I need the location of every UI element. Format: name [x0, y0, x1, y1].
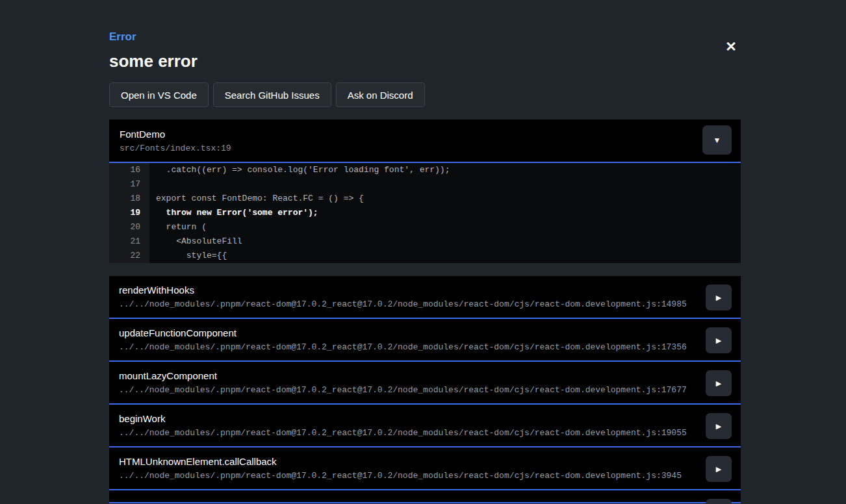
code-line: 18 export const FontDemo: React.FC = () … [109, 192, 741, 206]
component-name: FontDemo [120, 129, 730, 140]
stack-frame-name: updateFunctionComponent [119, 327, 698, 338]
stack-frame-updatefunctioncomponent: updateFunctionComponent ../../node_modul… [109, 319, 741, 362]
stack-frame-path: ../../node_modules/.pnpm/react-dom@17.0.… [119, 299, 698, 309]
error-overlay-content: Error some error Open in VS Code Search … [109, 0, 741, 503]
line-text [149, 177, 156, 192]
line-text: export const FontDemo: React.FC = () => … [149, 192, 364, 206]
line-number: 18 [109, 192, 149, 206]
source-location: src/Fonts/index.tsx:19 [120, 144, 730, 153]
code-line: 22 style={{ [109, 249, 741, 263]
code-frame-header: FontDemo src/Fonts/index.tsx:19 ▼ [109, 120, 741, 163]
ask-on-discord-button[interactable]: Ask on Discord [336, 82, 425, 107]
code-snippet: 16 .catch((err) => console.log('Error lo… [109, 163, 741, 263]
chevron-down-icon: ▼ [713, 136, 721, 144]
stack-frame-path: ../../node_modules/.pnpm/react-dom@17.0.… [119, 428, 698, 438]
stack-frame-callcallback: HTMLUnknownElement.callCallback ../../no… [109, 447, 741, 490]
error-overlay: { "colors": { "background": "#20252c", "… [0, 0, 846, 504]
open-in-vscode-button[interactable]: Open in VS Code [109, 82, 209, 107]
code-line: 17 [109, 177, 741, 192]
code-line-highlighted: 19 throw new Error('some error'); [109, 206, 741, 220]
stack-frame-name: renderWithHooks [119, 284, 698, 296]
expand-frame-button[interactable]: ▶ [706, 327, 732, 353]
line-number: 20 [109, 220, 149, 234]
line-number: 19 [109, 206, 149, 220]
code-frame-panel: FontDemo src/Fonts/index.tsx:19 ▼ 16 .ca… [109, 120, 741, 263]
stack-trace-list: renderWithHooks ../../node_modules/.pnpm… [109, 276, 741, 503]
expand-frame-button[interactable]: ▶ [706, 284, 732, 310]
stack-frame-renderwithhooks: renderWithHooks ../../node_modules/.pnpm… [109, 276, 741, 319]
line-text: .catch((err) => console.log('Error loadi… [149, 163, 450, 177]
line-text: throw new Error('some error'); [149, 206, 318, 220]
line-number: 16 [109, 163, 149, 177]
stack-frame-name: HTMLUnknownElement.callCallback [119, 456, 698, 467]
play-icon: ▶ [716, 423, 721, 430]
code-line: 16 .catch((err) => console.log('Error lo… [109, 163, 741, 177]
play-icon: ▶ [716, 337, 721, 344]
play-icon: ▶ [716, 380, 721, 387]
search-github-issues-button[interactable]: Search GitHub Issues [213, 82, 331, 107]
error-type-label: Error [109, 0, 741, 44]
stack-frame-path: ../../node_modules/.pnpm/react-dom@17.0.… [119, 471, 698, 481]
line-number: 17 [109, 177, 149, 192]
line-text: style={{ [149, 249, 227, 263]
stack-frame-path: ../../node_modules/.pnpm/react-dom@17.0.… [119, 385, 698, 395]
expand-frame-button[interactable]: ▶ [706, 413, 732, 439]
collapse-code-button[interactable]: ▼ [702, 125, 732, 155]
line-number: 21 [109, 234, 149, 249]
expand-frame-button[interactable]: ▶ [706, 456, 732, 482]
line-text: return ( [149, 220, 207, 234]
play-icon: ▶ [716, 294, 721, 301]
stack-frame-mountlazycomponent: mountLazyComponent ../../node_modules/.p… [109, 362, 741, 405]
stack-frame-partial: ▶ [109, 490, 741, 503]
line-number: 22 [109, 249, 149, 263]
stack-frame-name: mountLazyComponent [119, 370, 698, 381]
action-button-row: Open in VS Code Search GitHub Issues Ask… [109, 82, 741, 107]
code-line: 20 return ( [109, 220, 741, 234]
stack-frame-beginwork: beginWork ../../node_modules/.pnpm/react… [109, 405, 741, 447]
expand-frame-button[interactable]: ▶ [706, 499, 732, 504]
error-message-title: some error [109, 51, 741, 71]
code-line: 21 <AbsoluteFill [109, 234, 741, 249]
stack-frame-path: ../../node_modules/.pnpm/react-dom@17.0.… [119, 342, 698, 352]
play-icon: ▶ [716, 466, 721, 473]
line-text: <AbsoluteFill [149, 234, 242, 249]
expand-frame-button[interactable]: ▶ [706, 370, 732, 396]
stack-frame-name: beginWork [119, 413, 698, 424]
